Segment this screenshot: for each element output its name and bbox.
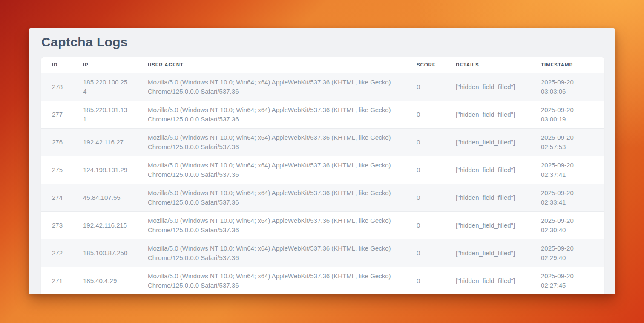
table-row: 276 192.42.116.27 Mozilla/5.0 (Windows N… <box>41 128 604 156</box>
cell-score: 0 <box>406 211 445 239</box>
captcha-logs-card: Captcha Logs ID IP USER AGENT SCORE DETA… <box>29 28 615 294</box>
cell-id: 271 <box>41 267 72 294</box>
cell-ip: 192.42.116.215 <box>72 211 137 239</box>
cell-timestamp: 2025-09-20 02:29:40 <box>530 239 604 267</box>
table-header: ID IP USER AGENT SCORE DETAILS TIMESTAMP <box>41 57 604 73</box>
cell-timestamp: 2025-09-20 03:03:06 <box>530 73 604 101</box>
cell-score: 0 <box>406 184 445 211</box>
cell-details: ["hidden_field_filled"] <box>445 211 530 239</box>
cell-ip: 185.220.100.254 <box>72 73 137 101</box>
cell-timestamp: 2025-09-20 02:33:41 <box>530 184 604 211</box>
cell-user-agent: Mozilla/5.0 (Windows NT 10.0; Win64; x64… <box>137 267 406 294</box>
table-row: 273 192.42.116.215 Mozilla/5.0 (Windows … <box>41 211 604 239</box>
table-row: 275 124.198.131.29 Mozilla/5.0 (Windows … <box>41 156 604 184</box>
cell-user-agent: Mozilla/5.0 (Windows NT 10.0; Win64; x64… <box>137 101 406 128</box>
cell-score: 0 <box>406 73 445 101</box>
cell-score: 0 <box>406 128 445 156</box>
cell-id: 272 <box>41 239 72 267</box>
cell-details: ["hidden_field_filled"] <box>445 239 530 267</box>
header-cell-timestamp: TIMESTAMP <box>530 57 604 73</box>
cell-ip: 185.40.4.29 <box>72 267 137 294</box>
cell-score: 0 <box>406 156 445 184</box>
table-row: 272 185.100.87.250 Mozilla/5.0 (Windows … <box>41 239 604 267</box>
table-row: 274 45.84.107.55 Mozilla/5.0 (Windows NT… <box>41 184 604 211</box>
cell-id: 275 <box>41 156 72 184</box>
logs-table-container: ID IP USER AGENT SCORE DETAILS TIMESTAMP… <box>41 57 604 294</box>
logs-table: ID IP USER AGENT SCORE DETAILS TIMESTAMP… <box>41 57 604 294</box>
cell-timestamp: 2025-09-20 02:27:45 <box>530 267 604 294</box>
table-body: 278 185.220.100.254 Mozilla/5.0 (Windows… <box>41 73 604 294</box>
cell-ip: 192.42.116.27 <box>72 128 137 156</box>
cell-user-agent: Mozilla/5.0 (Windows NT 10.0; Win64; x64… <box>137 239 406 267</box>
cell-user-agent: Mozilla/5.0 (Windows NT 10.0; Win64; x64… <box>137 184 406 211</box>
cell-score: 0 <box>406 267 445 294</box>
table-row: 271 185.40.4.29 Mozilla/5.0 (Windows NT … <box>41 267 604 294</box>
header-cell-score: SCORE <box>406 57 445 73</box>
cell-score: 0 <box>406 239 445 267</box>
header-cell-details: DETAILS <box>445 57 530 73</box>
cell-user-agent: Mozilla/5.0 (Windows NT 10.0; Win64; x64… <box>137 128 406 156</box>
header-cell-id: ID <box>41 57 72 73</box>
header-cell-ip: IP <box>72 57 137 73</box>
cell-user-agent: Mozilla/5.0 (Windows NT 10.0; Win64; x64… <box>137 211 406 239</box>
cell-details: ["hidden_field_filled"] <box>445 128 530 156</box>
cell-id: 273 <box>41 211 72 239</box>
cell-details: ["hidden_field_filled"] <box>445 184 530 211</box>
table-header-row: ID IP USER AGENT SCORE DETAILS TIMESTAMP <box>41 57 604 73</box>
header-cell-user-agent: USER AGENT <box>137 57 406 73</box>
cell-details: ["hidden_field_filled"] <box>445 101 530 128</box>
cell-timestamp: 2025-09-20 02:37:41 <box>530 156 604 184</box>
cell-ip: 124.198.131.29 <box>72 156 137 184</box>
cell-timestamp: 2025-09-20 02:57:53 <box>530 128 604 156</box>
cell-id: 274 <box>41 184 72 211</box>
cell-details: ["hidden_field_filled"] <box>445 73 530 101</box>
cell-details: ["hidden_field_filled"] <box>445 267 530 294</box>
cell-id: 277 <box>41 101 72 128</box>
cell-user-agent: Mozilla/5.0 (Windows NT 10.0; Win64; x64… <box>137 73 406 101</box>
cell-id: 276 <box>41 128 72 156</box>
cell-score: 0 <box>406 101 445 128</box>
cell-user-agent: Mozilla/5.0 (Windows NT 10.0; Win64; x64… <box>137 156 406 184</box>
cell-timestamp: 2025-09-20 02:30:40 <box>530 211 604 239</box>
cell-ip: 45.84.107.55 <box>72 184 137 211</box>
cell-ip: 185.100.87.250 <box>72 239 137 267</box>
page-background: { "page": { "title": "Captcha Logs" }, "… <box>0 0 644 323</box>
cell-ip: 185.220.101.131 <box>72 101 137 128</box>
table-row: 277 185.220.101.131 Mozilla/5.0 (Windows… <box>41 101 604 128</box>
page-title: Captcha Logs <box>41 35 615 49</box>
table-row: 278 185.220.100.254 Mozilla/5.0 (Windows… <box>41 73 604 101</box>
cell-timestamp: 2025-09-20 03:00:19 <box>530 101 604 128</box>
cell-id: 278 <box>41 73 72 101</box>
cell-details: ["hidden_field_filled"] <box>445 156 530 184</box>
